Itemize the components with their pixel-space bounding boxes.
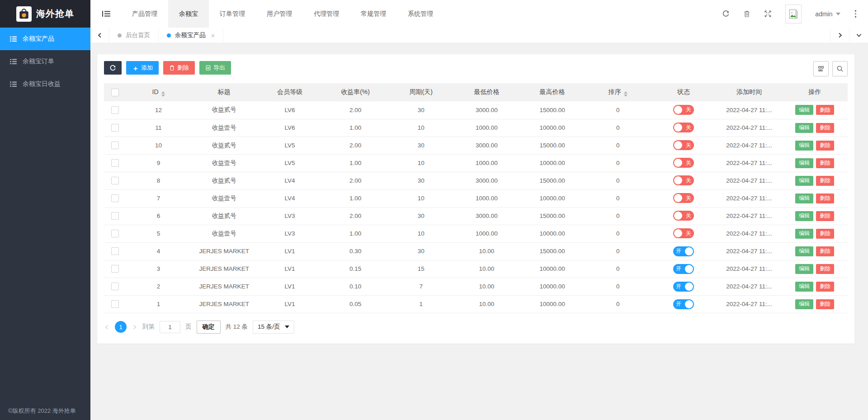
row-checkbox[interactable] (111, 300, 119, 308)
status-toggle[interactable]: 开 (673, 282, 694, 292)
row-checkbox[interactable] (111, 142, 119, 149)
row-checkbox[interactable] (111, 212, 119, 220)
goto-page-input[interactable] (160, 321, 180, 333)
page-number[interactable]: 1 (115, 321, 127, 333)
delete-button[interactable]: 删除 (816, 229, 834, 239)
delete-button[interactable]: 删除 (816, 141, 834, 151)
status-toggle[interactable]: 开 (673, 246, 694, 256)
cell-id: 4 (126, 242, 191, 260)
menu-collapse-icon[interactable] (90, 0, 121, 28)
add-button[interactable]: ＋ 添加 (126, 61, 159, 75)
tabs-menu-icon[interactable] (849, 28, 868, 43)
nav-item[interactable]: 余额宝 (168, 0, 209, 28)
delete-button[interactable]: 删除 (816, 282, 834, 292)
select-all-checkbox[interactable] (111, 89, 119, 96)
column-header[interactable]: ID (126, 83, 191, 101)
refresh-icon[interactable] (722, 10, 730, 18)
prev-page-icon[interactable] (104, 324, 110, 330)
nav-item[interactable]: 订单管理 (209, 0, 256, 28)
refresh-table-button[interactable] (104, 61, 122, 75)
tab[interactable]: 余额宝产品× (159, 28, 223, 43)
user-avatar[interactable] (785, 5, 802, 24)
delete-button[interactable]: 删除 (816, 264, 834, 274)
tabs-scroll-right-icon[interactable] (830, 28, 849, 43)
row-checkbox[interactable] (111, 265, 119, 273)
status-toggle[interactable]: 关 (673, 193, 694, 203)
fullscreen-icon[interactable] (764, 10, 772, 18)
goto-confirm-button[interactable]: 确定 (197, 321, 221, 334)
more-vert-icon[interactable] (854, 8, 858, 19)
table-header-row: ID标题会员等级收益率(%)周期(天)最低价格最高价格排序状态添加时间操作 (104, 83, 848, 101)
edit-button[interactable]: 编辑 (795, 264, 813, 274)
cell-id: 7 (126, 189, 191, 207)
row-checkbox[interactable] (111, 194, 119, 202)
delete-button[interactable]: 删除 (816, 123, 834, 133)
status-toggle[interactable]: 开 (673, 264, 694, 274)
nav-item[interactable]: 产品管理 (121, 0, 168, 28)
edit-button[interactable]: 编辑 (795, 229, 813, 239)
sidebar-item[interactable]: 余额宝产品 (0, 28, 90, 50)
edit-button[interactable]: 编辑 (795, 211, 813, 221)
row-checkbox[interactable] (111, 106, 119, 114)
sidebar-item[interactable]: 余额宝订单 (0, 50, 90, 73)
column-header[interactable]: 排序 (585, 83, 651, 101)
per-page-select[interactable]: 15 条/页 (253, 321, 294, 334)
nav-item[interactable]: 常规管理 (350, 0, 397, 28)
edit-button[interactable]: 编辑 (795, 282, 813, 292)
status-toggle[interactable]: 关 (673, 123, 694, 132)
delete-button[interactable]: 删除 (816, 193, 834, 203)
edit-button[interactable]: 编辑 (795, 158, 813, 168)
status-toggle[interactable]: 关 (673, 158, 694, 168)
delete-button[interactable]: 删除 (816, 105, 834, 115)
trash-icon[interactable] (743, 10, 750, 18)
delete-button[interactable]: 删除 (816, 158, 834, 168)
next-page-icon[interactable] (132, 324, 137, 330)
close-icon[interactable]: × (211, 32, 215, 39)
tab[interactable]: 后台首页 (109, 28, 159, 43)
edit-button[interactable]: 编辑 (795, 193, 813, 203)
delete-button[interactable]: 删除 (816, 211, 834, 221)
edit-button[interactable]: 编辑 (795, 246, 813, 256)
cell-max_price: 10000.00 (519, 119, 585, 137)
nav-item[interactable]: 系统管理 (397, 0, 444, 28)
delete-button[interactable]: 删除 (816, 246, 834, 256)
status-toggle[interactable]: 关 (673, 140, 694, 150)
cell-max_price: 15000.00 (519, 137, 585, 154)
status-toggle[interactable]: 关 (673, 211, 694, 221)
sidebar-item[interactable]: 余额宝日收益 (0, 73, 90, 95)
export-button[interactable]: 导出 (199, 61, 231, 75)
edit-button[interactable]: 编辑 (795, 176, 813, 186)
status-toggle[interactable]: 关 (673, 105, 694, 115)
cell-max_price: 15000.00 (519, 207, 585, 225)
sort-icon[interactable] (161, 91, 165, 97)
nav-item[interactable]: 用户管理 (256, 0, 303, 28)
row-checkbox[interactable] (111, 159, 119, 167)
delete-button[interactable]: 删除 (816, 176, 834, 186)
edit-button[interactable]: 编辑 (795, 299, 813, 309)
cell-min_price: 10.00 (454, 295, 519, 313)
status-toggle[interactable]: 关 (673, 175, 694, 185)
user-menu[interactable]: admin (815, 10, 840, 18)
row-checkbox[interactable] (111, 247, 119, 255)
app-logo[interactable]: 海外抢单 (0, 0, 90, 28)
table-row: 7收益壹号LV41.00101000.0010000.000关2022-04-2… (104, 189, 848, 207)
filter-columns-icon[interactable] (813, 61, 829, 76)
row-checkbox[interactable] (111, 177, 119, 184)
row-checkbox[interactable] (111, 230, 119, 237)
edit-button[interactable]: 编辑 (795, 123, 813, 133)
cell-level: LV6 (257, 101, 322, 119)
tabs-scroll-left-icon[interactable] (90, 28, 109, 43)
row-checkbox[interactable] (111, 124, 119, 132)
nav-item[interactable]: 代理管理 (303, 0, 350, 28)
edit-button[interactable]: 编辑 (795, 105, 813, 115)
delete-button[interactable]: 删除 (816, 299, 834, 309)
delete-selected-button[interactable]: 删除 (163, 61, 195, 75)
cell-rate: 1.00 (323, 189, 388, 207)
status-toggle[interactable]: 开 (673, 299, 694, 309)
row-checkbox[interactable] (111, 283, 119, 290)
search-icon[interactable] (832, 61, 848, 76)
edit-button[interactable]: 编辑 (795, 141, 813, 151)
sort-icon[interactable] (624, 91, 627, 97)
cell-sort: 0 (585, 242, 651, 260)
status-toggle[interactable]: 关 (673, 228, 694, 238)
